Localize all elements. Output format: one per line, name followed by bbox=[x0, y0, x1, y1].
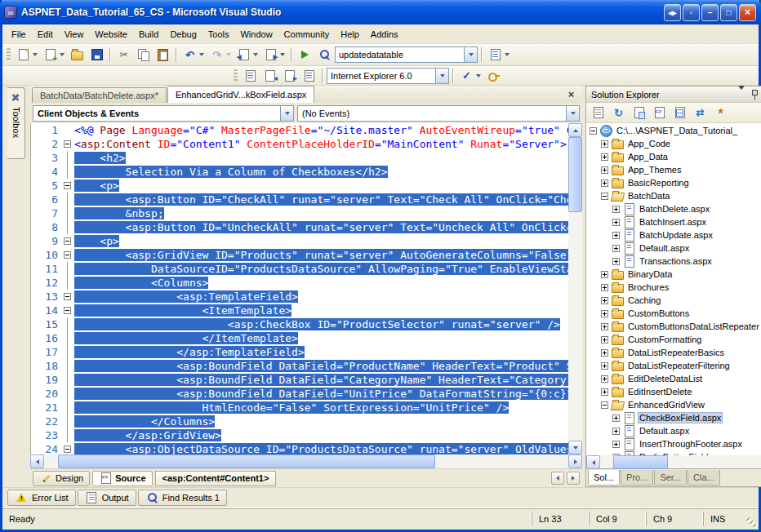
menu-community[interactable]: Community bbox=[278, 26, 336, 42]
tab-output[interactable]: Output bbox=[78, 490, 136, 506]
tree-expander[interactable] bbox=[601, 336, 608, 344]
menu-edit[interactable]: Edit bbox=[32, 26, 59, 42]
auto-hide-pin-button[interactable] bbox=[748, 88, 760, 100]
menu-addins[interactable]: Addins bbox=[365, 26, 404, 42]
tree-item[interactable]: EnhancedGridView bbox=[586, 398, 761, 411]
search-combo[interactable]: updatedatatable bbox=[335, 47, 478, 63]
scroll-left-button[interactable] bbox=[586, 455, 600, 469]
scroll-down-button[interactable] bbox=[568, 441, 582, 454]
tab-class-view[interactable]: Cla... bbox=[688, 470, 720, 485]
view-code-button[interactable] bbox=[650, 104, 669, 122]
copy-web-site-button[interactable] bbox=[691, 104, 710, 122]
menu-help[interactable]: Help bbox=[335, 26, 365, 42]
tree-expander[interactable] bbox=[601, 362, 608, 370]
scrollbar-track[interactable] bbox=[44, 454, 568, 468]
scrollbar-thumb[interactable] bbox=[58, 454, 435, 468]
tree-item[interactable]: Brochures bbox=[586, 281, 761, 294]
menu-window[interactable]: Window bbox=[234, 26, 278, 42]
tree-item[interactable]: CustomButtonsDataListRepeater bbox=[586, 320, 761, 333]
validation-options-button[interactable] bbox=[484, 67, 503, 85]
properties-button[interactable] bbox=[589, 104, 607, 122]
tree-item[interactable]: Caching bbox=[586, 294, 761, 307]
close-document-button[interactable] bbox=[565, 88, 577, 100]
window-position-button[interactable] bbox=[736, 88, 748, 100]
editor-horizontal-scrollbar[interactable] bbox=[30, 454, 582, 468]
object-dropdown-button[interactable] bbox=[280, 106, 293, 121]
fold-collapse-button[interactable] bbox=[64, 182, 71, 189]
tree-item[interactable]: Transactions.aspx bbox=[586, 255, 761, 268]
tree-expander[interactable] bbox=[612, 219, 620, 226]
menu-view[interactable]: View bbox=[59, 26, 90, 42]
paste-button[interactable] bbox=[154, 46, 172, 64]
fold-collapse-button[interactable] bbox=[64, 307, 71, 314]
dock-switch-button[interactable]: ◂▸ bbox=[664, 4, 681, 21]
scrollbar-track[interactable] bbox=[568, 137, 582, 441]
tree-expander[interactable] bbox=[601, 323, 608, 330]
code-editor[interactable]: 1<%@ Page Language="C#" MasterPageFile="… bbox=[30, 123, 582, 454]
tree-expander[interactable] bbox=[590, 127, 597, 135]
tree-expander[interactable] bbox=[601, 375, 608, 383]
copy-button[interactable] bbox=[134, 46, 153, 64]
scroll-up-button[interactable] bbox=[568, 123, 582, 137]
check-page-validation-button[interactable] bbox=[457, 67, 483, 85]
tag-scroll-left-button[interactable] bbox=[551, 472, 564, 485]
window-button[interactable]: ▫ bbox=[683, 4, 700, 21]
tree-item[interactable]: BatchDelete.aspx bbox=[586, 202, 761, 215]
menu-build[interactable]: Build bbox=[133, 26, 164, 42]
event-dropdown-button[interactable] bbox=[566, 106, 579, 121]
fold-collapse-button[interactable] bbox=[64, 251, 71, 259]
open-file-button[interactable] bbox=[68, 46, 87, 64]
nest-related-files-button[interactable] bbox=[630, 104, 648, 122]
event-dropdown[interactable]: (No Events) bbox=[297, 105, 580, 122]
tree-horizontal-scrollbar[interactable] bbox=[586, 455, 761, 468]
tree-item[interactable]: CustomFormatting bbox=[586, 333, 761, 346]
tree-expander[interactable] bbox=[601, 349, 608, 357]
navigate-backward-button[interactable] bbox=[234, 46, 260, 64]
tree-expander[interactable] bbox=[612, 258, 620, 265]
menu-website[interactable]: Website bbox=[89, 26, 133, 42]
title-bar[interactable]: ASPNET_Data_Tutorial_65_CS - Microsoft V… bbox=[0, 0, 761, 24]
tree-item[interactable]: Default.aspx bbox=[586, 424, 761, 437]
undo-button[interactable] bbox=[180, 46, 207, 64]
tree-expander[interactable] bbox=[601, 310, 608, 317]
fold-collapse-button[interactable] bbox=[64, 446, 71, 453]
tree-item[interactable]: EditDeleteDataList bbox=[586, 372, 761, 385]
tree-item[interactable]: EditInsertDelete bbox=[586, 385, 761, 398]
resize-grip[interactable] bbox=[745, 516, 759, 530]
format-selection-button[interactable] bbox=[300, 67, 318, 85]
tab-checkboxfield[interactable]: EnhancedGridV...kBoxField.aspx bbox=[167, 86, 314, 103]
menu-tools[interactable]: Tools bbox=[202, 26, 235, 42]
aspnet-configuration-button[interactable] bbox=[711, 104, 730, 122]
tree-expander[interactable] bbox=[612, 428, 620, 435]
target-browser-combo-dropdown-button[interactable] bbox=[435, 69, 448, 83]
tab-properties[interactable]: Pro... bbox=[621, 470, 653, 485]
tree-item[interactable]: BatchUpdate.aspx bbox=[586, 228, 761, 242]
tree-expander[interactable] bbox=[612, 232, 620, 239]
tree-expander[interactable] bbox=[612, 245, 620, 252]
tree-expander[interactable] bbox=[601, 271, 608, 278]
tree-item[interactable]: CheckBoxField.aspx bbox=[586, 411, 761, 424]
tree-item[interactable]: DataListRepeaterBasics bbox=[586, 346, 761, 359]
tag-navigator[interactable]: <asp:Content#Content1> bbox=[155, 471, 277, 486]
tree-item[interactable]: CustomButtons bbox=[586, 307, 761, 320]
scrollbar-thumb[interactable] bbox=[568, 137, 582, 212]
close-button[interactable]: × bbox=[739, 4, 756, 21]
minimize-button[interactable]: – bbox=[701, 4, 719, 21]
tree-item[interactable]: BinaryData bbox=[586, 268, 761, 281]
toolbar-options-button[interactable] bbox=[486, 46, 512, 64]
scrollbar-track[interactable] bbox=[600, 455, 761, 469]
tree-item[interactable]: Default.aspx bbox=[586, 242, 761, 255]
tree-expander[interactable] bbox=[601, 284, 608, 291]
tree-item[interactable]: BasicReporting bbox=[586, 176, 761, 189]
tree-expander[interactable] bbox=[601, 180, 608, 187]
tree-item[interactable]: App_Code bbox=[586, 137, 761, 150]
tree-item[interactable]: BatchData bbox=[586, 189, 761, 202]
view-designer-button[interactable] bbox=[670, 104, 689, 122]
scroll-right-button[interactable] bbox=[568, 454, 582, 468]
solution-explorer-titlebar[interactable]: Solution Explorer × bbox=[586, 86, 761, 103]
tree-expander[interactable] bbox=[612, 206, 620, 213]
menu-file[interactable]: File bbox=[6, 26, 32, 42]
tree-expander[interactable] bbox=[612, 415, 620, 422]
tree-expander[interactable] bbox=[601, 153, 608, 161]
refresh-button[interactable] bbox=[609, 104, 628, 122]
